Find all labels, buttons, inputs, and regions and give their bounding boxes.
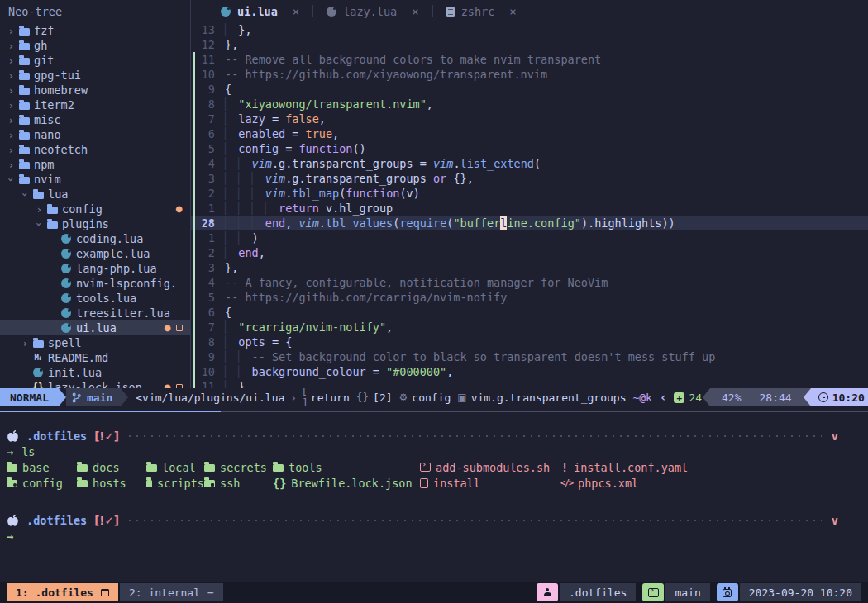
- code-text: ▏ },: [225, 22, 252, 37]
- listing-row: basedocslocalsecretstoolsadd-submodules.…: [7, 459, 861, 475]
- tree-item-label: treesitter.lua: [76, 306, 170, 320]
- folder-icon: [273, 464, 284, 472]
- line-number: 28: [197, 216, 225, 230]
- tree-item-plugins[interactable]: ›plugins: [0, 216, 190, 231]
- folder-lock-icon: [204, 480, 215, 487]
- folder-icon: [146, 480, 152, 487]
- tree-item-label: nano: [34, 128, 61, 141]
- tree-item-treesitter.lua[interactable]: treesitter.lua: [0, 306, 190, 320]
- tree-item-label: plugins: [62, 217, 109, 230]
- close-icon[interactable]: ×: [509, 5, 516, 18]
- tree-item-git[interactable]: ›git: [0, 53, 190, 68]
- command-text: ls: [21, 445, 35, 458]
- git-sign-added: [191, 171, 197, 186]
- git-sign-added: [191, 82, 197, 97]
- close-icon[interactable]: ×: [293, 5, 299, 18]
- tree-item-README.md[interactable]: M↓README.md: [0, 350, 190, 365]
- tmux-status-bar: 1: .dotfiles2: internal− .dotfiles main …: [0, 582, 868, 603]
- tree-item-spell[interactable]: ›spell: [0, 335, 190, 350]
- apple-icon: [7, 514, 19, 527]
- prompt-version-flag: v: [832, 430, 838, 443]
- code-text: ▏ ▏ ▏ vim.tbl_map(function(v): [225, 186, 420, 201]
- tree-item-nano[interactable]: ›nano: [0, 127, 190, 142]
- active-prompt[interactable]: →: [7, 528, 861, 544]
- git-sign-added: [191, 335, 197, 349]
- tree-item-gh[interactable]: ›gh: [0, 38, 190, 53]
- tmux-window-inactive[interactable]: 2: internal−: [120, 583, 223, 601]
- code-text: ▏ opts = {: [225, 335, 292, 349]
- tree-item-neofetch[interactable]: ›neofetch: [0, 142, 190, 157]
- git-sign-added: [191, 290, 197, 305]
- lua-file-icon: [61, 264, 71, 273]
- tree-item-gpg-tui[interactable]: ›gpg-tui: [0, 68, 190, 83]
- close-icon[interactable]: ×: [412, 5, 418, 18]
- tree-item-lazy-lock.json[interactable]: {}lazy-lock.json●: [0, 380, 190, 388]
- code-text: ▏ end,: [225, 245, 265, 260]
- tree-item-config[interactable]: ›config●: [0, 202, 190, 216]
- tmux-session-name: .dotfiles: [560, 583, 636, 601]
- entry-label: Brewfile.lock.json: [291, 477, 412, 490]
- tree-item-label: nvim-lspconfig.: [76, 277, 177, 290]
- tree-item-coding.lua[interactable]: coding.lua: [0, 231, 190, 246]
- tree-item-iterm2[interactable]: ›iterm2: [0, 97, 190, 112]
- line-number: 3: [197, 260, 225, 275]
- git-unstaged-square-icon: [176, 325, 183, 331]
- code-text: ▏ config = function(): [225, 141, 366, 156]
- bufferline: ui.lua×lazy.lua×zshrc×: [191, 0, 868, 22]
- code-line: 8▏ opts = {: [191, 335, 868, 349]
- tab-ui.lua[interactable]: ui.lua×: [207, 0, 312, 22]
- folder-icon: [19, 162, 30, 169]
- clock-icon: [818, 392, 828, 402]
- code-line: 11▏ },: [191, 379, 868, 388]
- object-icon: ⚙: [399, 392, 408, 403]
- code-line: 11-- Remove all background colors to mak…: [191, 52, 868, 67]
- cwd-label: .dotfiles: [26, 514, 87, 527]
- chevron-right-icon: ›: [5, 40, 17, 52]
- tmux-window-label: 1: .dotfiles: [16, 586, 93, 599]
- prompt-filler: [129, 520, 822, 521]
- tree-item-npm[interactable]: ›npm: [0, 157, 190, 172]
- tab-zshrc[interactable]: zshrc×: [433, 0, 530, 22]
- tree-item-nvim[interactable]: ›nvim: [0, 172, 190, 187]
- tmux-window-active[interactable]: 1: .dotfiles: [7, 583, 118, 601]
- tree-item-misc[interactable]: ›misc: [0, 112, 190, 127]
- chevron-right-icon: ›: [5, 84, 17, 97]
- datetime-badge: [717, 583, 738, 601]
- command-line: → ls: [7, 444, 861, 459]
- tree-item-example.lua[interactable]: example.lua: [0, 246, 190, 261]
- code-buffer[interactable]: 13▏ },12},11-- Remove all background col…: [191, 22, 868, 388]
- tab-lazy.lua[interactable]: lazy.lua×: [313, 0, 432, 22]
- tree-item-label: nvim: [34, 173, 61, 186]
- code-line: 9{: [191, 82, 868, 97]
- git-sign-added: [191, 156, 197, 171]
- line-number: 8: [197, 335, 225, 349]
- code-text: ▏ enabled = true,: [225, 126, 339, 141]
- tab-label: ui.lua: [237, 5, 278, 18]
- code-text: ▏ ▏ ▏ end, vim.tbl_values(require("buffe…: [225, 216, 675, 230]
- tree-item-lua[interactable]: ›lua: [0, 187, 190, 202]
- pane-border[interactable]: [0, 406, 868, 416]
- code-line: 13▏ },: [191, 22, 868, 37]
- tree-item-tools.lua[interactable]: tools.lua: [0, 291, 190, 306]
- tree-item-nvim-lspconfig.[interactable]: nvim-lspconfig.: [0, 276, 190, 291]
- folder-icon: [19, 28, 30, 36]
- code-line: 1▏ ▏ ): [191, 230, 868, 245]
- tree-item-label: ui.lua: [76, 321, 117, 335]
- tmux-datetime: 2023-09-20 10:20: [740, 583, 861, 601]
- code-line: 9▏ ▏ -- Set background color to black so…: [191, 349, 868, 364]
- breadcrumb-item: {}[2]: [356, 388, 393, 406]
- tree-item-lang-php.lua[interactable]: lang-php.lua: [0, 261, 190, 276]
- terminal-pane[interactable]: .dotfiles [!✓] v → ls basedocslocalsecre…: [0, 416, 868, 578]
- neotree-file-list: ›fzf›gh›git›gpg-tui›homebrew›iterm2›misc…: [0, 23, 190, 388]
- git-modified-dot-icon: ●: [175, 205, 183, 213]
- tree-item-init.lua[interactable]: init.lua: [0, 365, 190, 380]
- tree-item-fzf[interactable]: ›fzf: [0, 23, 190, 38]
- code-line: 2▏ end,: [191, 245, 868, 260]
- tree-item-label: spell: [48, 336, 82, 349]
- listing-entry: {}Brewfile.lock.json: [273, 477, 420, 490]
- tree-item-homebrew[interactable]: ›homebrew: [0, 83, 190, 97]
- neotree-sidebar[interactable]: Neo-tree ›fzf›gh›git›gpg-tui›homebrew›it…: [0, 0, 191, 388]
- chevron-right-icon: ›: [5, 25, 17, 37]
- tree-item-ui.lua[interactable]: ui.lua●: [0, 320, 190, 335]
- clock-segment: 10:20: [811, 388, 868, 406]
